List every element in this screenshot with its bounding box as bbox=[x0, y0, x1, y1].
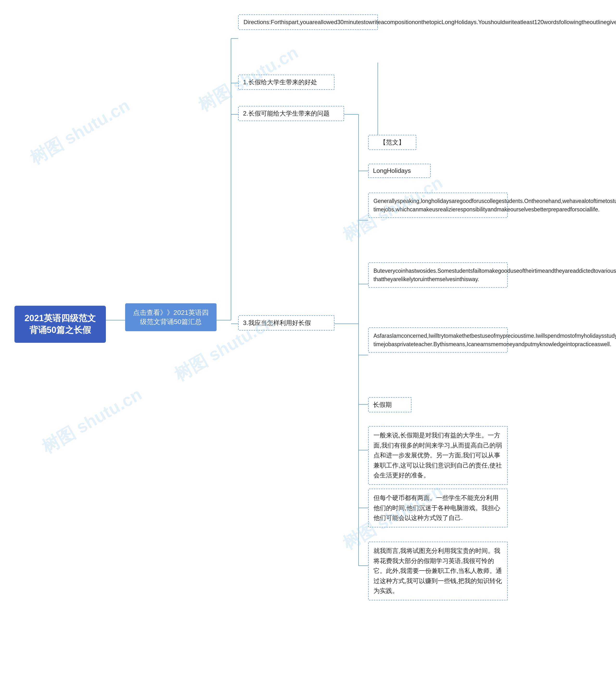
para3-cn-text: 就我而言,我将试图充分利用我宝贵的时间。我将花费我大部分的假期学习英语,我很可怜… bbox=[374, 547, 502, 594]
para1-en-node: Generallyspeaking,longholidaysaregoodfor… bbox=[368, 193, 508, 218]
level1-node[interactable]: 点击查看》》2021英语四级范文背诵50篇汇总 bbox=[125, 303, 216, 331]
directions-text: Directions:Forthispart,youareallowed30mi… bbox=[243, 19, 616, 25]
root-label: 2021英语四级范文背诵50篇之长假 bbox=[25, 313, 96, 335]
para3-cn-node: 就我而言,我将试图充分利用我宝贵的时间。我将花费我大部分的假期学习英语,我很可怜… bbox=[368, 541, 508, 600]
point2-node: 2.长假可能给大学生带来的问题 bbox=[238, 106, 344, 121]
point3-node: 3.我应当怎样利用好长假 bbox=[238, 316, 334, 330]
para2-en-node: Buteverycoinhastwosides.Somestudentsfail… bbox=[368, 262, 508, 288]
changjiaqj-label-node: 长假期 bbox=[368, 397, 411, 412]
changjiaqj-label-text: 长假期 bbox=[373, 401, 392, 408]
para2-cn-node: 但每个硬币都有两面。一些学生不能充分利用他们的时间,他们沉迷于各种电脑游戏。我担… bbox=[368, 489, 508, 527]
canvas: 2021英语四级范文背诵50篇之长假 点击查看》》2021英语四级范文背诵50篇… bbox=[0, 0, 616, 681]
directions-node: Directions:Forthispart,youareallowed30mi… bbox=[238, 15, 378, 30]
para1-en-text: Generallyspeaking,longholidaysaregoodfor… bbox=[374, 198, 616, 212]
point3-text: 3.我应当怎样利用好长假 bbox=[243, 319, 311, 326]
root-node: 2021英语四级范文背诵50篇之长假 bbox=[15, 306, 106, 343]
point1-text: 1.长假给大学生带来的好处 bbox=[243, 78, 317, 86]
point2-text: 2.长假可能给大学生带来的问题 bbox=[243, 110, 330, 117]
para2-en-text: Buteverycoinhastwosides.Somestudentsfail… bbox=[374, 268, 616, 282]
long-holidays-title-node: LongHolidays bbox=[368, 164, 431, 178]
para2-cn-text: 但每个硬币都有两面。一些学生不能充分利用他们的时间,他们沉迷于各种电脑游戏。我担… bbox=[374, 494, 500, 522]
point1-node: 1.长假给大学生带来的好处 bbox=[238, 75, 334, 90]
para3-en-node: Asfaraslamconcerned,Iwilltrytomakethetbe… bbox=[368, 327, 508, 353]
para3-en-text: Asfaraslamconcerned,Iwilltrytomakethetbe… bbox=[374, 333, 616, 347]
fanwen-label-text: 【范文】 bbox=[380, 138, 405, 146]
para1-cn-text: 一般来说,长假期是对我们有益的大学生。一方面,我们有很多的时间来学习,从而提高自… bbox=[374, 432, 502, 479]
para1-cn-node: 一般来说,长假期是对我们有益的大学生。一方面,我们有很多的时间来学习,从而提高自… bbox=[368, 426, 508, 485]
level1-label: 点击查看》》2021英语四级范文背诵50篇汇总 bbox=[133, 309, 209, 325]
fanwen-label-node: 【范文】 bbox=[368, 135, 416, 150]
all-nodes: 2021英语四级范文背诵50篇之长假 点击查看》》2021英语四级范文背诵50篇… bbox=[0, 0, 616, 681]
long-holidays-title-text: LongHolidays bbox=[373, 167, 411, 174]
